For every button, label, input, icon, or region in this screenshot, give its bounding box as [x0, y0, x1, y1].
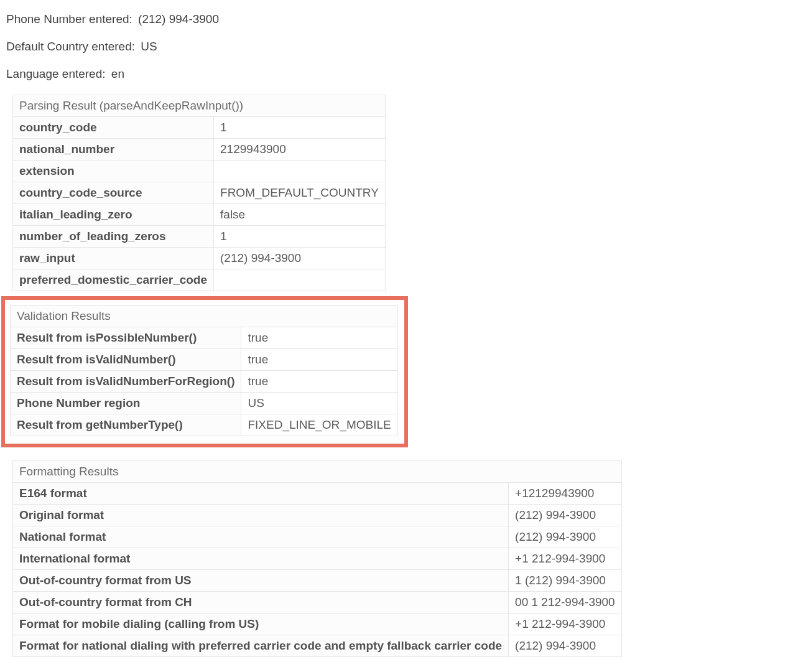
formatting-row-key: Format for mobile dialing (calling from …: [13, 614, 509, 635]
summary-language-label: Language entered:: [6, 67, 106, 80]
formatting-row-key: National format: [13, 526, 509, 548]
formatting-row-key: Format for national dialing with preferr…: [13, 635, 509, 657]
parsing-row-key: preferred_domestic_carrier_code: [13, 269, 214, 291]
summary-phone-label: Phone Number entered:: [6, 12, 132, 26]
validation-row-key: Result from getNumberType(): [11, 414, 241, 436]
validation-row-key: Result from isValidNumber(): [11, 349, 241, 371]
formatting-table: Formatting Results E164 format+121299439…: [12, 460, 622, 657]
parsing-row-value: 2129943900: [214, 139, 386, 161]
summary-language-value: en: [111, 67, 124, 80]
formatting-row: Format for mobile dialing (calling from …: [13, 614, 622, 635]
validation-row-value: US: [241, 393, 397, 414]
validation-row: Result from getNumberType()FIXED_LINE_OR…: [11, 414, 398, 436]
parsing-row: number_of_leading_zeros1: [13, 226, 386, 248]
formatting-row-key: E164 format: [13, 483, 509, 505]
formatting-title-row: Formatting Results: [13, 461, 622, 483]
formatting-row-value: (212) 994-3900: [509, 505, 622, 526]
formatting-row-value: 1 (212) 994-3900: [509, 570, 622, 592]
parsing-row-value: (212) 994-3900: [214, 248, 386, 269]
summary-language: Language entered: en: [6, 67, 787, 81]
validation-row-key: Phone Number region: [11, 393, 241, 414]
validation-row-key: Result from isPossibleNumber(): [11, 327, 241, 349]
formatting-row: International format+1 212-994-3900: [13, 548, 622, 570]
summary-phone: Phone Number entered: (212) 994-3900: [6, 12, 787, 26]
parsing-row: extension: [13, 161, 386, 182]
validation-row: Phone Number regionUS: [11, 393, 398, 414]
parsing-row: preferred_domestic_carrier_code: [13, 269, 386, 291]
summary-country: Default Country entered: US: [6, 40, 787, 54]
parsing-row: national_number2129943900: [13, 139, 386, 161]
formatting-row: Out-of-country format from US1 (212) 994…: [13, 570, 622, 592]
formatting-row-value: 00 1 212-994-3900: [509, 592, 622, 614]
validation-row-value: true: [241, 327, 397, 349]
parsing-table: Parsing Result (parseAndKeepRawInput()) …: [12, 95, 386, 291]
formatting-row-key: Out-of-country format from CH: [13, 592, 509, 614]
validation-row-value: true: [241, 349, 397, 371]
parsing-row: country_code1: [13, 117, 386, 139]
formatting-row-key: Original format: [13, 505, 509, 526]
formatting-row: E164 format+12129943900: [13, 483, 622, 505]
parsing-row: country_code_sourceFROM_DEFAULT_COUNTRY: [13, 182, 386, 204]
formatting-row-value: (212) 994-3900: [509, 526, 622, 548]
parsing-row-key: country_code_source: [13, 182, 214, 204]
summary-country-label: Default Country entered:: [6, 40, 135, 53]
validation-row-value: true: [241, 371, 397, 393]
formatting-row-value: +1 212-994-3900: [509, 614, 622, 635]
parsing-row-key: italian_leading_zero: [13, 204, 214, 226]
parsing-row-value: 1: [214, 117, 386, 139]
parsing-row-key: country_code: [13, 117, 214, 139]
parsing-row: raw_input(212) 994-3900: [13, 248, 386, 269]
validation-row: Result from isValidNumber()true: [11, 349, 398, 371]
parsing-row-key: national_number: [13, 139, 214, 161]
formatting-row-value: (212) 994-3900: [509, 635, 622, 657]
parsing-row-value: [214, 161, 386, 182]
parsing-title-row: Parsing Result (parseAndKeepRawInput()): [13, 95, 386, 117]
validation-title: Validation Results: [11, 306, 398, 327]
summary-country-value: US: [141, 40, 157, 53]
formatting-title: Formatting Results: [13, 461, 622, 483]
validation-highlight-box: Validation Results Result from isPossibl…: [1, 296, 408, 447]
parsing-row: italian_leading_zerofalse: [13, 204, 386, 226]
validation-row-key: Result from isValidNumberForRegion(): [11, 371, 241, 393]
summary-phone-value: (212) 994-3900: [138, 12, 219, 26]
parsing-row-key: number_of_leading_zeros: [13, 226, 214, 248]
formatting-row-value: +1 212-994-3900: [509, 548, 622, 570]
formatting-row: Format for national dialing with preferr…: [13, 635, 622, 657]
validation-table: Validation Results Result from isPossibl…: [10, 305, 398, 436]
parsing-title: Parsing Result (parseAndKeepRawInput()): [13, 95, 386, 117]
formatting-row: Out-of-country format from CH00 1 212-99…: [13, 592, 622, 614]
formatting-row-key: International format: [13, 548, 509, 570]
formatting-row: National format(212) 994-3900: [13, 526, 622, 548]
validation-row: Result from isValidNumberForRegion()true: [11, 371, 398, 393]
parsing-row-value: [214, 269, 386, 291]
formatting-row-key: Out-of-country format from US: [13, 570, 509, 592]
formatting-row: Original format(212) 994-3900: [13, 505, 622, 526]
validation-title-row: Validation Results: [11, 306, 398, 327]
parsing-row-value: false: [214, 204, 386, 226]
parsing-row-key: extension: [13, 161, 214, 182]
parsing-row-value: 1: [214, 226, 386, 248]
validation-row: Result from isPossibleNumber()true: [11, 327, 398, 349]
formatting-row-value: +12129943900: [509, 483, 622, 505]
parsing-row-key: raw_input: [13, 248, 214, 269]
validation-row-value: FIXED_LINE_OR_MOBILE: [241, 414, 397, 436]
parsing-row-value: FROM_DEFAULT_COUNTRY: [214, 182, 386, 204]
